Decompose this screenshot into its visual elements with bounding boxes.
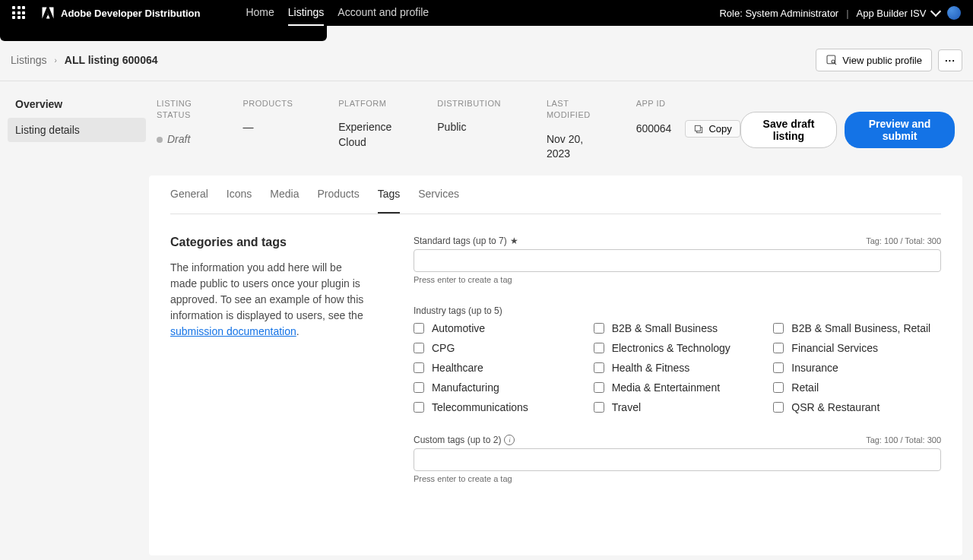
industry-checkbox[interactable]: Financial Services [773,342,941,354]
view-public-profile-button[interactable]: View public profile [816,49,932,71]
industry-checkbox[interactable]: Telecommunications [414,401,582,413]
industry-checkbox-label: Manufacturing [432,381,499,394]
breadcrumb-root[interactable]: Listings [11,54,46,66]
industry-checkbox[interactable]: Retail [773,381,941,394]
nav-home[interactable]: Home [246,0,274,26]
industry-checkbox-input[interactable] [773,382,784,393]
industry-checkbox[interactable]: B2B & Small Business, Retail [773,322,941,334]
info-icon[interactable]: i [504,435,515,445]
custom-tags-limit: Tag: 100 / Total: 300 [866,435,941,445]
adobe-logo-icon [41,6,55,20]
industry-checkbox-label: CPG [432,342,455,354]
industry-checkbox[interactable]: Healthcare [414,362,582,374]
industry-checkbox-label: Travel [612,401,641,413]
industry-tags-field: Industry tags (up to 5) AutomotiveB2B & … [414,305,941,413]
industry-checkbox-input[interactable] [773,343,784,353]
org-switcher[interactable]: App Builder ISV [857,8,940,19]
preview-submit-button[interactable]: Preview and submit [845,112,955,148]
industry-checkbox-label: QSR & Restaurant [791,401,880,413]
profile-view-icon [826,54,838,66]
industry-checkbox[interactable]: Manufacturing [414,381,582,394]
industry-checkbox-input[interactable] [773,362,784,373]
industry-checkbox[interactable]: CPG [414,342,582,354]
industry-checkbox-label: B2B & Small Business [612,322,718,334]
brand: Adobe Developer Distribution [41,6,200,20]
custom-tags-field: Custom tags (up to 2) i Tag: 100 / Total… [414,435,941,483]
industry-checkbox-label: B2B & Small Business, Retail [791,322,930,334]
industry-checkbox[interactable]: Automotive [414,322,582,334]
nav-listings[interactable]: Listings [288,0,324,26]
sidebar-overview[interactable]: Overview [8,92,146,116]
sidebar-listing-details[interactable]: Listing details [8,118,146,142]
industry-checkbox[interactable]: Travel [594,401,762,413]
breadcrumb-current: ALL listing 600064 [65,54,158,66]
industry-checkbox-input[interactable] [594,362,604,373]
industry-checkbox-label: Insurance [791,362,838,374]
globe-icon[interactable] [947,6,961,20]
industry-checkbox-input[interactable] [773,402,784,413]
nav-account[interactable]: Account and profile [338,0,429,26]
industry-checkbox[interactable]: Media & Entertainment [594,381,762,394]
copy-app-id-button[interactable]: Copy [685,120,740,138]
info-products: PRODUCTS — [243,98,293,162]
page-header: Listings › ALL listing 600064 View publi… [0,41,973,81]
industry-checkbox-input[interactable] [414,382,424,393]
tab-general[interactable]: General [170,176,208,214]
tab-media[interactable]: Media [270,176,299,214]
industry-checkbox-label: Healthcare [432,362,483,374]
industry-checkbox-label: Automotive [432,322,485,334]
tab-tags[interactable]: Tags [378,176,401,214]
industry-checkbox-input[interactable] [594,402,604,413]
divider: | [846,8,848,19]
breadcrumb: Listings › ALL listing 600064 [11,54,158,66]
chevron-right-icon: › [54,56,56,65]
industry-checkbox-input[interactable] [414,323,424,334]
svg-rect-4 [696,125,701,131]
top-nav: Adobe Developer Distribution Home Listin… [0,0,973,26]
industry-checkbox-input[interactable] [594,323,604,334]
submission-doc-link[interactable]: submission documentation [170,325,296,337]
standard-tags-limit: Tag: 100 / Total: 300 [866,236,941,245]
info-last-modified: LAST MODIFIED Nov 20, 2023 [547,98,591,162]
industry-checkbox-label: Media & Entertainment [612,381,720,394]
industry-checkbox-input[interactable] [594,343,604,353]
info-distribution: DISTRIBUTION Public [437,98,501,162]
info-listing-status: LISTING STATUS Draft [157,98,198,162]
industry-checkbox-label: Telecommunications [432,401,528,413]
industry-checkbox-input[interactable] [594,382,604,393]
industry-checkbox-input[interactable] [414,343,424,353]
status-dot-icon [157,137,163,143]
info-strip: LISTING STATUS Draft PRODUCTS — PLATFORM… [149,92,962,176]
industry-checkbox-input[interactable] [773,323,784,334]
role-label: Role: System Administrator [719,8,838,19]
tab-services[interactable]: Services [418,176,459,214]
tab-icons[interactable]: Icons [227,176,252,214]
industry-checkbox-label: Electronics & Technology [612,342,731,354]
industry-checkbox-input[interactable] [414,362,424,373]
industry-checkbox[interactable]: Insurance [773,362,941,374]
save-draft-button[interactable]: Save draft listing [740,112,837,148]
industry-checkbox[interactable]: Health & Fitness [594,362,762,374]
industry-checkbox[interactable]: QSR & Restaurant [773,401,941,413]
section-title: Categories and tags [170,236,368,249]
tabs: General Icons Media Products Tags Servic… [170,176,941,214]
info-platform: PLATFORM Experience Cloud [338,98,391,162]
more-actions-button[interactable]: ··· [938,49,962,71]
brand-text: Adobe Developer Distribution [61,8,200,19]
listing-card: General Icons Media Products Tags Servic… [149,176,962,555]
standard-tags-help: Press enter to create a tag [414,275,941,284]
apps-icon[interactable] [12,6,26,20]
required-star-icon: ★ [510,236,518,246]
custom-tags-help: Press enter to create a tag [414,474,941,483]
standard-tags-input[interactable] [414,249,941,272]
industry-checkbox[interactable]: B2B & Small Business [594,322,762,334]
industry-checkbox-label: Retail [791,381,819,394]
sidebar: Overview Listing details [0,81,149,560]
industry-checkbox[interactable]: Electronics & Technology [594,342,762,354]
tab-products[interactable]: Products [317,176,359,214]
redacted-bar [0,26,327,41]
custom-tags-input[interactable] [414,448,941,471]
industry-checkbox-input[interactable] [414,402,424,413]
standard-tags-field: Standard tags (up to 7) ★ Tag: 100 / Tot… [414,236,941,284]
section-description: The information you add here will be mad… [170,260,368,340]
